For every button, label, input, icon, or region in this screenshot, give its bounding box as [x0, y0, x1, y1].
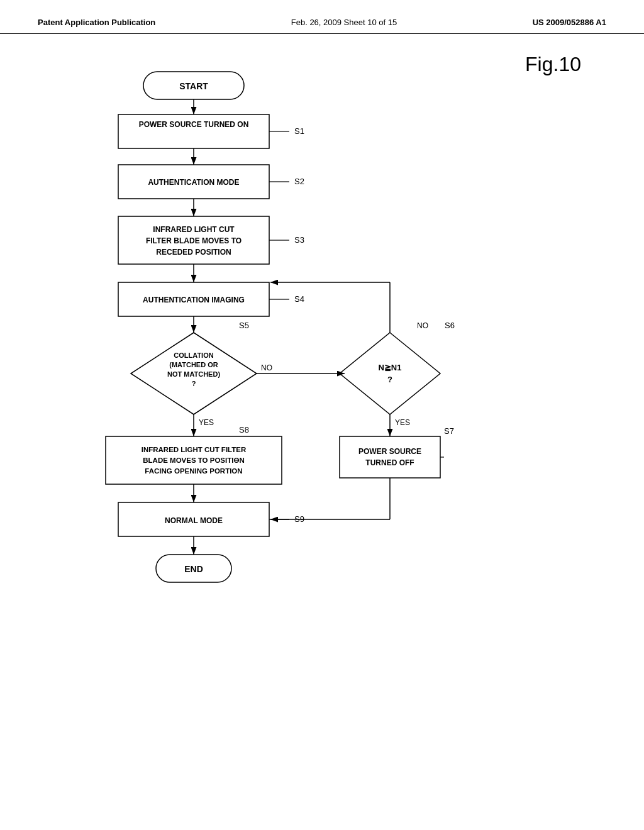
svg-text:POWER SOURCE TURNED ON: POWER SOURCE TURNED ON: [139, 120, 249, 129]
svg-text:S2: S2: [294, 177, 304, 186]
svg-text:S3: S3: [294, 235, 304, 245]
svg-text:INFRARED LIGHT CUT: INFRARED LIGHT CUT: [153, 225, 235, 234]
svg-text:?: ?: [387, 375, 392, 384]
page: Patent Application Publication Feb. 26, …: [0, 0, 644, 830]
svg-text:NO: NO: [417, 321, 428, 330]
diagram-area: Fig.10 START POWER SOURCE TURNED ON S1: [0, 34, 644, 807]
svg-text:S4: S4: [294, 294, 304, 304]
svg-text:YES: YES: [395, 418, 410, 427]
svg-text:AUTHENTICATION MODE: AUTHENTICATION MODE: [148, 178, 239, 187]
svg-text:?: ?: [192, 380, 196, 387]
svg-text:INFRARED LIGHT CUT FILTER: INFRARED LIGHT CUT FILTER: [142, 446, 247, 453]
svg-text:COLLATION: COLLATION: [174, 351, 213, 359]
svg-rect-45: [340, 436, 440, 478]
header-date-sheet: Feb. 26, 2009 Sheet 10 of 15: [291, 18, 397, 27]
svg-text:(MATCHED OR: (MATCHED OR: [169, 361, 218, 368]
svg-text:NOT MATCHED): NOT MATCHED): [167, 370, 220, 378]
svg-text:YES: YES: [199, 418, 214, 427]
header-publication-label: Patent Application Publication: [38, 18, 155, 27]
svg-text:S1: S1: [294, 126, 304, 136]
svg-text:AUTHENTICATION IMAGING: AUTHENTICATION IMAGING: [143, 296, 245, 304]
svg-text:TURNED OFF: TURNED OFF: [365, 458, 414, 467]
svg-text:S6: S6: [445, 321, 455, 330]
svg-text:NO: NO: [261, 363, 272, 372]
svg-text:POWER SOURCE: POWER SOURCE: [358, 447, 421, 456]
svg-text:END: END: [184, 564, 203, 574]
svg-text:RECEDED POSITION: RECEDED POSITION: [156, 248, 231, 257]
svg-text:N≧N1: N≧N1: [378, 363, 401, 372]
header: Patent Application Publication Feb. 26, …: [0, 0, 644, 34]
flowchart-svg: START POWER SOURCE TURNED ON S1 AUTHENTI…: [0, 34, 644, 807]
svg-text:NORMAL MODE: NORMAL MODE: [165, 516, 223, 525]
svg-text:START: START: [179, 81, 208, 91]
svg-text:BLADE MOVES TO POSITION: BLADE MOVES TO POSITION: [143, 456, 244, 464]
header-patent-number: US 2009/052886 A1: [533, 18, 606, 27]
svg-text:S7: S7: [444, 426, 454, 436]
svg-text:S8: S8: [239, 425, 249, 434]
svg-marker-36: [340, 333, 440, 414]
svg-text:FILTER BLADE MOVES TO: FILTER BLADE MOVES TO: [146, 236, 242, 245]
svg-text:FACING OPENING PORTION: FACING OPENING PORTION: [145, 467, 242, 475]
svg-text:S5: S5: [239, 321, 249, 330]
